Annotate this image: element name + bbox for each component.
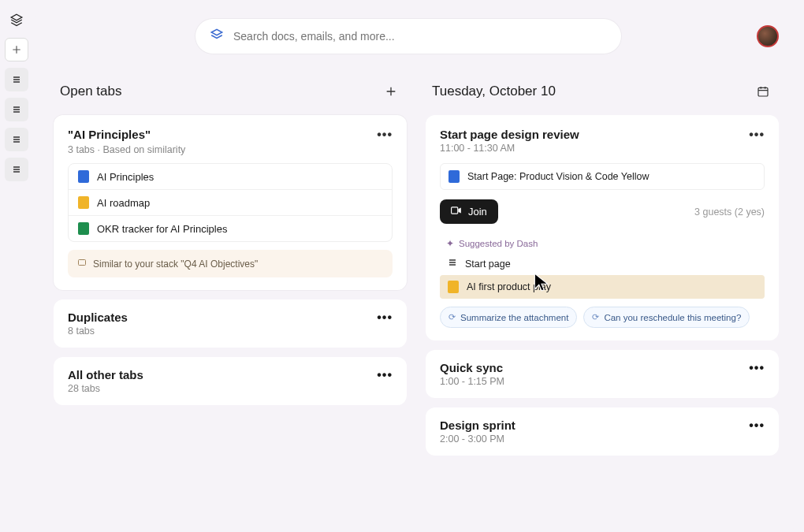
avatar[interactable] <box>757 25 779 47</box>
main-panel: Open tabs ••• "AI Principles" 3 tabs · B… <box>35 6 798 532</box>
doc-icon <box>78 170 89 183</box>
calendar-column: Tuesday, October 10 ••• Start page desig… <box>426 76 779 465</box>
open-tabs-column: Open tabs ••• "AI Principles" 3 tabs · B… <box>54 76 407 465</box>
cursor-icon <box>533 272 550 295</box>
event-card: ••• Start page design review 11:00 - 11:… <box>426 115 779 340</box>
suggestion-text: Similar to your stack "Q4 AI Objectives" <box>93 259 258 270</box>
event-card[interactable]: Quick sync 1:00 - 1:15 PM ••• <box>426 350 779 398</box>
event-time: 2:00 - 3:00 PM <box>440 433 516 445</box>
doc-icon <box>449 170 460 183</box>
group-subtitle: 28 tabs <box>68 383 143 394</box>
tab-group-duplicates[interactable]: Duplicates 8 tabs ••• <box>54 299 407 348</box>
tab-label: AI Principles <box>97 171 154 183</box>
join-label: Join <box>468 206 487 218</box>
logo-icon[interactable] <box>5 8 28 32</box>
svg-rect-2 <box>452 207 458 214</box>
top-bar <box>54 19 779 54</box>
group-subtitle: 8 tabs <box>68 326 128 337</box>
group-title: "AI Principles" <box>68 128 393 141</box>
search-bar[interactable] <box>195 19 621 54</box>
nav-stack-3[interactable] <box>5 128 28 151</box>
chip-summarize[interactable]: ⟳ Summarize the attachment <box>440 307 577 328</box>
guests-count: 3 guests (2 yes) <box>694 206 765 218</box>
search-icon <box>210 28 224 45</box>
doc-icon <box>448 281 459 293</box>
side-nav <box>0 0 35 532</box>
event-title: Design sprint <box>440 419 516 432</box>
event-menu-button[interactable]: ••• <box>749 419 765 433</box>
add-tab-group-button[interactable] <box>382 82 400 101</box>
calendar-date: Tuesday, October 10 <box>432 84 556 99</box>
event-menu-button[interactable]: ••• <box>749 361 765 375</box>
tab-item[interactable]: AI roadmap <box>69 190 392 216</box>
stack-icon <box>448 258 457 270</box>
event-title: Quick sync <box>440 361 504 374</box>
dash-suggestion-header: ✦ Suggested by Dash <box>440 235 765 252</box>
doc-icon <box>78 222 89 235</box>
search-input[interactable] <box>233 30 607 43</box>
add-button[interactable] <box>5 38 28 61</box>
group-title: All other tabs <box>68 368 143 381</box>
group-menu-button[interactable]: ••• <box>377 128 393 142</box>
nav-stack-4[interactable] <box>5 158 28 181</box>
ai-chip-icon: ⟳ <box>449 312 456 322</box>
event-time: 1:00 - 1:15 PM <box>440 376 504 387</box>
tab-item[interactable]: AI Principles <box>69 164 392 190</box>
tab-label: AI roadmap <box>97 197 150 209</box>
stack-suggestion[interactable]: Similar to your stack "Q4 AI Objectives" <box>68 250 393 277</box>
chip-reschedule[interactable]: ⟳ Can you reschedule this meeting? <box>583 307 750 328</box>
sparkle-icon: ✦ <box>446 238 454 249</box>
chip-label: Summarize the attachment <box>460 313 568 322</box>
tab-label: OKR tracker for AI Principles <box>97 223 227 235</box>
open-tabs-title: Open tabs <box>60 84 121 99</box>
stack-icon <box>77 258 87 270</box>
svg-rect-0 <box>79 260 86 266</box>
event-time: 11:00 - 11:30 AM <box>440 143 765 154</box>
nav-stack-2[interactable] <box>5 98 28 121</box>
suggestion-item[interactable]: Start page <box>440 252 765 275</box>
nav-stack-1[interactable] <box>5 68 28 91</box>
join-button[interactable]: Join <box>440 199 498 224</box>
group-menu-button[interactable]: ••• <box>377 311 393 325</box>
event-attachment[interactable]: Start Page: Product Vision & Code Yellow <box>440 163 765 190</box>
suggestion-item[interactable]: AI first product play <box>440 275 765 299</box>
tab-group-other[interactable]: All other tabs 28 tabs ••• <box>54 357 407 405</box>
attachment-label: Start Page: Product Vision & Code Yellow <box>467 171 649 182</box>
group-menu-button[interactable]: ••• <box>377 368 393 382</box>
group-title: Duplicates <box>68 311 128 324</box>
tab-group-ai-principles: ••• "AI Principles" 3 tabs · Based on si… <box>54 115 407 290</box>
event-card[interactable]: Design sprint 2:00 - 3:00 PM ••• <box>426 407 779 456</box>
svg-rect-1 <box>758 87 768 96</box>
video-icon <box>451 206 462 218</box>
group-subtitle: 3 tabs · Based on similarity <box>68 144 393 155</box>
event-title: Start page design review <box>440 128 765 141</box>
event-menu-button[interactable]: ••• <box>749 128 765 142</box>
suggestion-label: Start page <box>465 259 511 270</box>
calendar-icon[interactable] <box>754 82 772 101</box>
tab-item[interactable]: OKR tracker for AI Principles <box>69 216 392 241</box>
chip-label: Can you reschedule this meeting? <box>604 313 741 322</box>
doc-icon <box>78 196 89 209</box>
ai-chip-icon: ⟳ <box>592 312 599 322</box>
